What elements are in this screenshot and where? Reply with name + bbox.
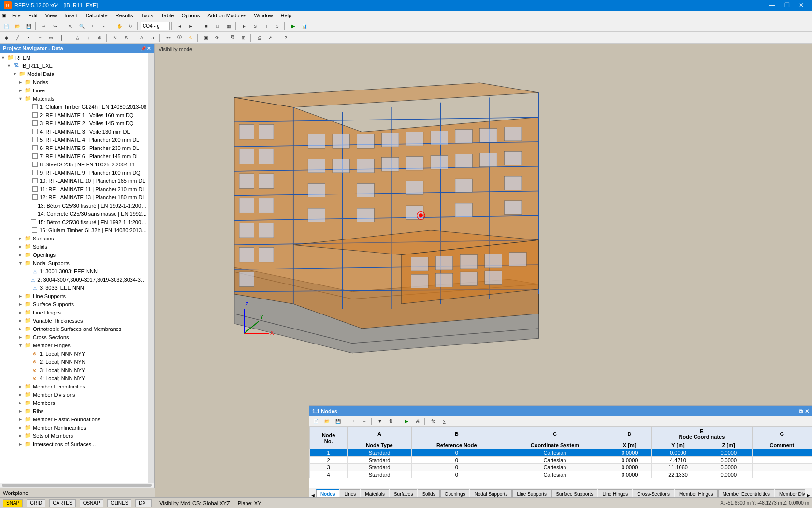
tree-item-41[interactable]: ►📁Ribs xyxy=(0,407,148,415)
tree-item-17[interactable]: 14: Concrete C25/30 sans masse | EN 1992… xyxy=(0,209,148,218)
new-row-btn[interactable]: 📄 xyxy=(310,417,321,426)
zoom-out-btn[interactable]: - xyxy=(99,21,109,31)
menu-file[interactable]: File xyxy=(8,12,25,19)
tree-item-19[interactable]: 16: Glulam Timber GL32h | EN 14080:2013-… xyxy=(0,226,148,234)
tree-item-38[interactable]: ►📁Member Eccentricities xyxy=(0,382,148,390)
menu-insert[interactable]: Insert xyxy=(60,12,82,19)
undo-btn[interactable]: ↩ xyxy=(39,21,49,31)
tree-item-39[interactable]: ►📁Member Divisions xyxy=(0,390,148,399)
tab-solids[interactable]: Solids xyxy=(418,489,439,497)
tree-item-33[interactable]: ▼📁Member Hinges xyxy=(0,341,148,349)
top-view-btn[interactable]: T xyxy=(261,21,272,31)
cell-0-6[interactable]: 0.0000 xyxy=(705,449,752,457)
cell-1-3[interactable]: Cartesian xyxy=(502,457,608,464)
tree-item-43[interactable]: ►📁Member Nonlinearities xyxy=(0,423,148,432)
tree-item-23[interactable]: ▼📁Nodal Supports xyxy=(0,259,148,267)
cs-btn[interactable]: ⊕ xyxy=(94,33,105,43)
cell-1-0[interactable]: 2 xyxy=(310,457,348,464)
side-view-btn[interactable]: S xyxy=(250,21,261,31)
glines-btn[interactable]: GLINES xyxy=(107,499,132,507)
menu-tools[interactable]: Tools xyxy=(137,12,157,19)
cell-2-1[interactable]: Standard xyxy=(348,464,411,471)
tree-item-5[interactable]: 2: RF-LAMINATE 1 | Voiles 160 mm DQ xyxy=(0,111,148,119)
calc-btn[interactable]: ▶ xyxy=(288,21,298,31)
menu-results[interactable]: Results xyxy=(112,12,137,19)
show-labels-btn[interactable]: A xyxy=(136,33,147,43)
cell-0-3[interactable]: Cartesian xyxy=(502,449,608,457)
info-btn[interactable]: ⓘ xyxy=(174,33,185,43)
tree-item-36[interactable]: ⊗3: Local; NNN NYY xyxy=(0,366,148,374)
cell-2-3[interactable]: Cartesian xyxy=(502,464,608,471)
open-btn[interactable]: 📂 xyxy=(12,21,23,31)
tree-item-16[interactable]: 13: Béton C25/30 fissuré | EN 1992-1-1:2… xyxy=(0,201,148,209)
cell-1-2[interactable]: 0 xyxy=(411,457,502,464)
cell-0-5[interactable]: 0.0000 xyxy=(652,449,705,457)
bottom-panel-close-btn[interactable]: ✕ xyxy=(805,408,809,415)
cell-3-4[interactable]: 0.0000 xyxy=(608,471,651,478)
osnap-btn[interactable]: OSNAP xyxy=(80,499,103,507)
support-btn[interactable]: △ xyxy=(72,33,83,43)
tree-item-44[interactable]: ►📁Sets of Members xyxy=(0,432,148,440)
tab-member-divisions[interactable]: Member Divisions xyxy=(775,489,805,497)
menu-add-on-modules[interactable]: Add-on Modules xyxy=(203,12,250,19)
tree-item-24[interactable]: △1: 3001-3003; EEE NNN xyxy=(0,267,148,275)
table-row-0[interactable]: 1Standard0Cartesian0.00000.00000.0000 xyxy=(310,449,812,457)
menu-window[interactable]: Window xyxy=(250,12,276,19)
cartes-btn[interactable]: CARTES xyxy=(49,499,75,507)
zoom-in-btn[interactable]: + xyxy=(87,21,98,31)
cell-2-2[interactable]: 0 xyxy=(411,464,502,471)
load-case-input[interactable] xyxy=(141,22,170,30)
close-button[interactable]: ✕ xyxy=(795,0,808,11)
floor-btn[interactable]: ⊞ xyxy=(238,33,249,43)
fx-btn[interactable]: fx xyxy=(428,417,438,426)
dxf-btn[interactable]: DXF xyxy=(135,499,152,507)
rotate-btn[interactable]: ↻ xyxy=(125,21,136,31)
tree-item-2[interactable]: ►📁Lines xyxy=(0,86,148,94)
warning-btn[interactable]: ⚠ xyxy=(185,33,196,43)
menu-help[interactable]: Help xyxy=(277,12,296,19)
tab-materials[interactable]: Materials xyxy=(361,489,389,497)
tree-item-40[interactable]: ►📁Members xyxy=(0,399,148,407)
snap-lines-btn[interactable]: ╱ xyxy=(12,33,23,43)
cell-2-4[interactable]: 0.0000 xyxy=(608,464,651,471)
del-row-btn[interactable]: − xyxy=(359,417,370,426)
section-btn[interactable]: S xyxy=(121,33,131,43)
tab-member-hinges[interactable]: Member Hinges xyxy=(675,489,718,497)
cell-0-2[interactable]: 0 xyxy=(411,449,502,457)
load-btn[interactable]: ↓ xyxy=(83,33,94,43)
cell-0-4[interactable]: 0.0000 xyxy=(608,449,651,457)
cell-1-5[interactable]: 4.4710 xyxy=(652,457,705,464)
tree-item-28[interactable]: ►📁Surface Supports xyxy=(0,300,148,308)
model-btn[interactable]: 🏗 xyxy=(227,33,238,43)
cell-3-5[interactable]: 22.1330 xyxy=(652,471,705,478)
cell-3-2[interactable]: 0 xyxy=(411,471,502,478)
menu-view[interactable]: View xyxy=(42,12,61,19)
tree-item-20[interactable]: ►📁Surfaces xyxy=(0,234,148,242)
print-table-btn[interactable]: 🖨 xyxy=(412,417,423,426)
cell-0-7[interactable] xyxy=(752,449,812,457)
cell-2-0[interactable]: 3 xyxy=(310,464,348,471)
tree-item-25[interactable]: △2: 3004-3007,3009-3017,3019-3032,3034-3… xyxy=(0,275,148,284)
menu-options[interactable]: Options xyxy=(177,12,203,19)
nav-scrollbar[interactable] xyxy=(148,53,154,483)
tree-item-32[interactable]: ►📁Cross-Sections xyxy=(0,333,148,341)
group-sel-btn[interactable]: ▣ xyxy=(201,33,211,43)
nav-close-btn[interactable]: ✕ xyxy=(147,46,151,51)
cell-2-5[interactable]: 11.1060 xyxy=(652,464,705,471)
visibility-btn[interactable]: 👁 xyxy=(212,33,222,43)
tree-main-node[interactable]: ▼ 🏗 IB_R11_EXE xyxy=(0,61,148,70)
line-btn[interactable]: ╌ xyxy=(34,33,45,43)
tab-openings[interactable]: Openings xyxy=(440,489,470,497)
help-btn[interactable]: ? xyxy=(280,33,291,43)
tab-member-eccentricities[interactable]: Member Eccentricities xyxy=(718,489,774,497)
tree-item-26[interactable]: △3: 3033; EEE NNN xyxy=(0,284,148,292)
minimize-button[interactable]: — xyxy=(766,0,779,11)
next-load-btn[interactable]: ► xyxy=(186,21,196,31)
pan-btn[interactable]: ✋ xyxy=(114,21,125,31)
measure-btn[interactable]: ⊷ xyxy=(163,33,174,43)
new-btn[interactable]: 📄 xyxy=(1,21,12,31)
tab-nav-next[interactable]: ► xyxy=(806,493,811,497)
restore-button[interactable]: ❐ xyxy=(780,0,794,11)
tree-item-29[interactable]: ►📁Line Hinges xyxy=(0,308,148,316)
prev-load-btn[interactable]: ◄ xyxy=(174,21,185,31)
